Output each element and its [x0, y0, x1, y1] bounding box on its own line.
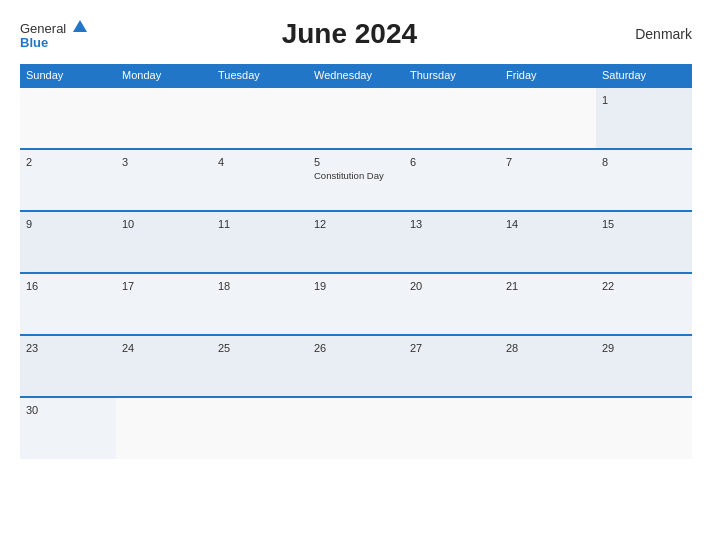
calendar-row-1: 2345Constitution Day678: [20, 149, 692, 211]
weekday-monday: Monday: [116, 64, 212, 87]
calendar-cell: 27: [404, 335, 500, 397]
day-number: 30: [26, 404, 110, 416]
country-label: Denmark: [612, 26, 692, 42]
day-number: 19: [314, 280, 398, 292]
weekday-sunday: Sunday: [20, 64, 116, 87]
day-number: 28: [506, 342, 590, 354]
day-number: 4: [218, 156, 302, 168]
calendar-cell: 28: [500, 335, 596, 397]
calendar-cell: 6: [404, 149, 500, 211]
calendar-cell: [212, 397, 308, 459]
calendar-cell: 24: [116, 335, 212, 397]
calendar-cell: 25: [212, 335, 308, 397]
calendar-row-2: 9101112131415: [20, 211, 692, 273]
calendar-cell: 29: [596, 335, 692, 397]
calendar-cell: 20: [404, 273, 500, 335]
calendar-event: Constitution Day: [314, 170, 398, 181]
calendar-cell: 12: [308, 211, 404, 273]
calendar-cell: [212, 87, 308, 149]
calendar-row-4: 23242526272829: [20, 335, 692, 397]
day-number: 8: [602, 156, 686, 168]
calendar-cell: 4: [212, 149, 308, 211]
calendar-cell: 3: [116, 149, 212, 211]
day-number: 6: [410, 156, 494, 168]
logo: General Blue: [20, 20, 87, 49]
calendar-cell: 13: [404, 211, 500, 273]
calendar-cell: 8: [596, 149, 692, 211]
calendar-cell: [404, 87, 500, 149]
calendar-cell: [308, 87, 404, 149]
day-number: 24: [122, 342, 206, 354]
weekday-saturday: Saturday: [596, 64, 692, 87]
day-number: 18: [218, 280, 302, 292]
day-number: 7: [506, 156, 590, 168]
logo-triangle-icon: [73, 20, 87, 32]
day-number: 17: [122, 280, 206, 292]
calendar-cell: [116, 87, 212, 149]
day-number: 11: [218, 218, 302, 230]
logo-general-text: General: [20, 21, 66, 36]
calendar-cell: [500, 397, 596, 459]
calendar-table: SundayMondayTuesdayWednesdayThursdayFrid…: [20, 64, 692, 459]
day-number: 14: [506, 218, 590, 230]
calendar-cell: 30: [20, 397, 116, 459]
weekday-friday: Friday: [500, 64, 596, 87]
day-number: 3: [122, 156, 206, 168]
calendar-cell: [500, 87, 596, 149]
weekday-thursday: Thursday: [404, 64, 500, 87]
calendar-cell: [404, 397, 500, 459]
calendar-cell: 2: [20, 149, 116, 211]
calendar-cell: 21: [500, 273, 596, 335]
calendar-cell: 26: [308, 335, 404, 397]
calendar-cell: [116, 397, 212, 459]
calendar-row-0: 1: [20, 87, 692, 149]
day-number: 22: [602, 280, 686, 292]
day-number: 9: [26, 218, 110, 230]
calendar-cell: 23: [20, 335, 116, 397]
day-number: 2: [26, 156, 110, 168]
day-number: 10: [122, 218, 206, 230]
calendar-cell: 1: [596, 87, 692, 149]
day-number: 16: [26, 280, 110, 292]
logo-general: General: [20, 20, 87, 36]
calendar-cell: 5Constitution Day: [308, 149, 404, 211]
weekday-wednesday: Wednesday: [308, 64, 404, 87]
weekday-tuesday: Tuesday: [212, 64, 308, 87]
calendar-title: June 2024: [87, 18, 612, 50]
calendar-cell: 7: [500, 149, 596, 211]
calendar-cell: 11: [212, 211, 308, 273]
day-number: 13: [410, 218, 494, 230]
day-number: 1: [602, 94, 686, 106]
calendar-header: General Blue June 2024 Denmark: [20, 18, 692, 50]
day-number: 25: [218, 342, 302, 354]
calendar-cell: 16: [20, 273, 116, 335]
calendar-cell: 19: [308, 273, 404, 335]
day-number: 27: [410, 342, 494, 354]
day-number: 15: [602, 218, 686, 230]
day-number: 20: [410, 280, 494, 292]
calendar-cell: [308, 397, 404, 459]
day-number: 5: [314, 156, 398, 168]
day-number: 26: [314, 342, 398, 354]
calendar-cell: 9: [20, 211, 116, 273]
calendar-row-5: 30: [20, 397, 692, 459]
calendar-cell: 14: [500, 211, 596, 273]
logo-blue-text: Blue: [20, 36, 87, 49]
calendar-cell: 15: [596, 211, 692, 273]
weekday-header-row: SundayMondayTuesdayWednesdayThursdayFrid…: [20, 64, 692, 87]
calendar-cell: 22: [596, 273, 692, 335]
calendar-row-3: 16171819202122: [20, 273, 692, 335]
calendar-cell: [596, 397, 692, 459]
calendar-cell: 10: [116, 211, 212, 273]
calendar-cell: 18: [212, 273, 308, 335]
day-number: 29: [602, 342, 686, 354]
day-number: 21: [506, 280, 590, 292]
calendar-cell: 17: [116, 273, 212, 335]
day-number: 23: [26, 342, 110, 354]
day-number: 12: [314, 218, 398, 230]
calendar-body: 12345Constitution Day6789101112131415161…: [20, 87, 692, 459]
calendar-cell: [20, 87, 116, 149]
calendar-header-row: SundayMondayTuesdayWednesdayThursdayFrid…: [20, 64, 692, 87]
calendar-page: General Blue June 2024 Denmark SundayMon…: [0, 0, 712, 550]
